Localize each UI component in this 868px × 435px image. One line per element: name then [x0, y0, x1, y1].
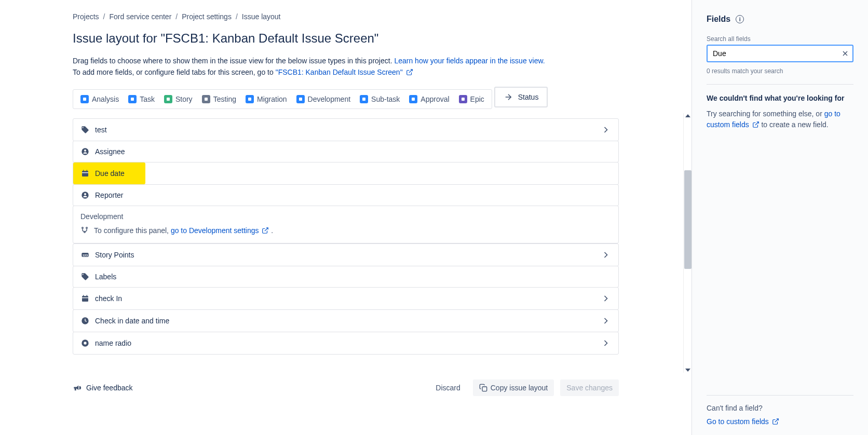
scroll-up-icon [685, 114, 690, 117]
person-icon [80, 191, 90, 200]
issue-type-development: Development [296, 95, 351, 103]
development-panel[interactable]: Development To configure this panel, go … [73, 206, 619, 243]
field-row-check-in-dt[interactable]: Check in date and time [73, 309, 619, 332]
issue-type-label: Analysis [92, 95, 119, 103]
breadcrumb-sep: / [103, 12, 105, 21]
fields-sidebar: Fields i Search all fields 0 results mat… [691, 0, 868, 435]
chevron-right-icon [601, 316, 611, 326]
desc-screen-link[interactable]: "FSCB1: Kanban Default Issue Screen" [276, 68, 413, 76]
svg-rect-15 [87, 170, 87, 171]
search-label: Search all fields [707, 35, 853, 43]
svg-text:123: 123 [83, 253, 88, 256]
external-link-icon [752, 121, 760, 128]
svg-point-18 [84, 193, 86, 195]
field-label: Check in date and time [95, 317, 601, 325]
description: Drag fields to choose where to show them… [73, 55, 619, 78]
scrollbar[interactable] [683, 113, 691, 373]
svg-rect-9 [462, 98, 465, 101]
copy-layout-button[interactable]: Copy issue layout [473, 379, 554, 396]
breadcrumb-projects[interactable]: Projects [73, 12, 99, 21]
issue-type-icon [360, 95, 368, 103]
field-row-check-in[interactable]: check In [73, 287, 619, 310]
svg-rect-14 [83, 170, 84, 171]
tag-icon [80, 272, 90, 281]
chevron-right-icon [601, 293, 611, 304]
breadcrumb-project-name[interactable]: Ford service center [109, 12, 171, 21]
field-label: test [95, 126, 601, 134]
issue-type-approval: Approval [409, 95, 449, 103]
svg-rect-25 [82, 296, 88, 302]
svg-rect-32 [482, 387, 487, 391]
svg-rect-6 [299, 98, 302, 101]
no-results-text: to create a new field. [760, 120, 829, 129]
chevron-right-icon [601, 125, 611, 135]
svg-rect-7 [362, 98, 365, 101]
external-link-icon [262, 227, 269, 234]
issue-type-task: Task [128, 95, 155, 103]
issue-type-label: Migration [257, 95, 287, 103]
field-label: check In [95, 294, 601, 303]
field-row-name-radio[interactable]: name radio [73, 332, 619, 355]
sidebar-footer-question: Can't find a field? [707, 404, 853, 412]
svg-line-22 [265, 228, 268, 231]
issue-type-label: Task [140, 95, 155, 103]
issue-type-icon [164, 95, 172, 103]
sidebar-footer: Can't find a field? Go to custom fields [707, 395, 853, 426]
issue-type-icon [246, 95, 254, 103]
branch-icon [80, 226, 89, 236]
svg-point-20 [86, 227, 88, 228]
field-row-assignee[interactable]: Assignee [73, 141, 619, 162]
clear-icon[interactable] [841, 49, 849, 58]
svg-rect-26 [83, 295, 84, 296]
breadcrumb-sep: / [236, 12, 238, 21]
svg-point-19 [82, 227, 84, 228]
info-icon[interactable]: i [736, 15, 744, 23]
results-count: 0 results match your search [707, 67, 853, 75]
field-label: Reporter [95, 191, 611, 199]
calendar-icon [80, 294, 90, 303]
issue-type-icon [80, 95, 89, 103]
status-field[interactable]: Status [494, 87, 548, 107]
discard-button[interactable]: Discard [429, 379, 466, 396]
footer-bar: Give feedback Discard Copy issue layout … [0, 370, 691, 406]
field-label: Assignee [95, 147, 611, 156]
field-row-test[interactable]: test [73, 118, 619, 141]
chevron-right-icon [601, 250, 611, 260]
issue-type-testing: Testing [202, 95, 236, 103]
dev-panel-text: To configure this panel, go to Developme… [94, 226, 273, 235]
issue-type-icon [128, 95, 137, 103]
chevron-right-icon [601, 338, 611, 348]
field-row-reporter[interactable]: Reporter [73, 184, 619, 206]
field-label: name radio [95, 339, 601, 347]
field-row-due-date-wrap: Due date [73, 162, 619, 185]
breadcrumb-current: Issue layout [242, 12, 281, 21]
breadcrumb-settings[interactable]: Project settings [182, 12, 232, 21]
go-to-custom-fields-link[interactable]: Go to custom fields [707, 417, 779, 426]
issue-type-icon [296, 95, 305, 103]
dev-settings-link[interactable]: go to Development settings [171, 226, 269, 235]
issue-type-label: Story [175, 95, 193, 103]
svg-rect-4 [205, 98, 208, 101]
give-feedback-button[interactable]: Give feedback [73, 383, 133, 392]
scrollbar-thumb[interactable] [684, 170, 691, 269]
issue-type-epic: Epic [459, 95, 484, 103]
page-title: Issue layout for "FSCB1: Kanban Default … [73, 31, 619, 46]
megaphone-icon [73, 383, 82, 392]
clock-icon [80, 316, 90, 325]
external-link-icon [772, 418, 779, 425]
issue-types-list: AnalysisTaskStoryTestingMigrationDevelop… [73, 89, 492, 109]
svg-rect-13 [82, 171, 88, 176]
copy-label: Copy issue layout [491, 384, 548, 392]
search-input[interactable] [707, 45, 853, 62]
field-label: Story Points [95, 251, 601, 259]
svg-point-31 [84, 342, 86, 344]
no-results-title: We couldn't find what you're looking for [707, 94, 853, 102]
status-label: Status [518, 93, 539, 101]
field-row-due-date[interactable]: Due date [73, 162, 145, 184]
field-row-story-points[interactable]: 123 Story Points [73, 243, 619, 266]
sidebar-title: Fields i [707, 15, 853, 24]
svg-rect-27 [87, 295, 87, 296]
field-row-labels[interactable]: Labels [73, 266, 619, 288]
desc-learn-link[interactable]: Learn how your fields appear in the issu… [394, 57, 545, 65]
save-button[interactable]: Save changes [560, 379, 619, 396]
